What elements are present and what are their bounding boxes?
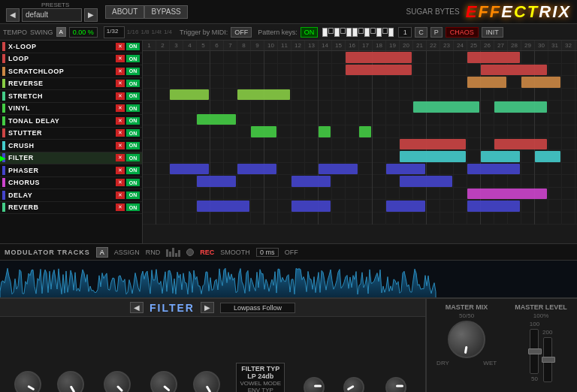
seq-cell-3-5[interactable] [210, 89, 224, 101]
seq-cell-11-14[interactable] [332, 188, 346, 201]
seq-cell-13-18[interactable] [386, 213, 400, 225]
seq-cell-8-17[interactable] [373, 150, 386, 163]
seq-block-13[interactable] [359, 126, 371, 137]
seq-block-7[interactable] [237, 89, 290, 101]
seq-block-4[interactable] [467, 77, 506, 88]
piano-key-w3[interactable] [346, 28, 352, 37]
seq-cell-13-14[interactable] [332, 213, 346, 225]
track-x-button-11[interactable]: ✕ [116, 179, 125, 186]
seq-cell-12-16[interactable] [359, 200, 373, 213]
piano-key-b5[interactable] [382, 28, 388, 34]
track-x-button-5[interactable]: ✕ [116, 104, 125, 112]
seq-cell-10-15[interactable] [346, 175, 359, 188]
seq-cell-3-19[interactable] [400, 89, 413, 101]
seq-cell-10-16[interactable] [359, 175, 373, 188]
seq-cell-8-15[interactable] [346, 150, 359, 163]
seq-cell-6-28[interactable] [521, 125, 535, 138]
track-x-button-12[interactable]: ✕ [116, 191, 125, 199]
seq-cell-8-18[interactable] [386, 150, 400, 163]
seq-cell-11-16[interactable] [359, 188, 373, 201]
seq-cell-0-6[interactable] [224, 51, 237, 64]
seq-cell-11-19[interactable] [400, 188, 413, 201]
track-x-button-2[interactable]: ✕ [116, 68, 125, 75]
seq-cell-4-12[interactable] [305, 101, 319, 113]
seq-cell-4-8[interactable] [251, 101, 264, 113]
seq-cell-2-17[interactable] [373, 76, 386, 89]
seq-block-29[interactable] [292, 201, 331, 212]
preset-prev-button[interactable]: ◀ [6, 8, 20, 22]
filter-prev-button[interactable]: ◀ [130, 302, 143, 313]
seq-block-25[interactable] [292, 176, 331, 187]
seq-cell-10-2[interactable] [170, 175, 183, 188]
seq-cell-4-10[interactable] [278, 101, 292, 113]
seq-block-17[interactable] [481, 151, 520, 162]
seq-cell-3-17[interactable] [373, 89, 386, 101]
seq-cell-6-25[interactable] [481, 125, 494, 138]
seq-cell-2-2[interactable] [170, 76, 183, 89]
decay-knob[interactable] [193, 371, 220, 392]
seq-cell-6-12[interactable] [305, 125, 319, 138]
seq-cell-12-17[interactable] [373, 200, 386, 213]
seq-cell-6-23[interactable] [454, 125, 467, 138]
piano-key-b1[interactable] [328, 28, 334, 34]
seq-cell-2-22[interactable] [440, 76, 454, 89]
seq-cell-13-31[interactable] [562, 213, 575, 225]
seq-cell-7-1[interactable] [156, 138, 170, 151]
seq-cell-9-21[interactable] [427, 163, 440, 176]
seq-cell-6-5[interactable] [210, 125, 224, 138]
seq-cell-9-23[interactable] [454, 163, 467, 176]
seq-cell-0-10[interactable] [278, 51, 292, 64]
seq-cell-5-9[interactable] [264, 113, 278, 126]
seq-cell-13-5[interactable] [210, 213, 224, 225]
seq-cell-5-26[interactable] [494, 113, 508, 126]
seq-cell-5-19[interactable] [400, 113, 413, 126]
seq-cell-4-15[interactable] [346, 101, 359, 113]
seq-cell-12-3[interactable] [183, 200, 197, 213]
seq-cell-8-31[interactable] [562, 150, 575, 163]
swing-a-button[interactable]: A [56, 27, 66, 37]
seq-cell-7-7[interactable] [237, 138, 251, 151]
seq-cell-11-2[interactable] [170, 188, 183, 201]
seq-cell-10-7[interactable] [237, 175, 251, 188]
seq-cell-2-18[interactable] [386, 76, 400, 89]
seq-block-14[interactable] [400, 139, 466, 150]
piano-key-b2[interactable] [340, 28, 346, 34]
seq-cell-11-11[interactable] [292, 188, 305, 201]
seq-block-2[interactable] [346, 65, 412, 76]
seq-cell-13-19[interactable] [400, 213, 413, 225]
seq-cell-1-0[interactable] [143, 64, 156, 77]
seq-cell-13-28[interactable] [521, 213, 535, 225]
seq-cell-11-21[interactable] [427, 188, 440, 201]
seq-cell-3-14[interactable] [332, 89, 346, 101]
seq-cell-2-16[interactable] [359, 76, 373, 89]
seq-cell-13-10[interactable] [278, 213, 292, 225]
seq-cell-13-24[interactable] [467, 213, 481, 225]
seq-cell-7-13[interactable] [319, 138, 332, 151]
seq-cell-7-5[interactable] [210, 138, 224, 151]
div-1-32[interactable]: 1/32 [104, 26, 125, 38]
seq-cell-8-7[interactable] [237, 150, 251, 163]
seq-cell-10-29[interactable] [535, 175, 548, 188]
seq-cell-6-14[interactable] [332, 125, 346, 138]
seq-block-26[interactable] [400, 176, 452, 187]
track-x-button-10[interactable]: ✕ [116, 167, 125, 174]
seq-cell-8-2[interactable] [170, 150, 183, 163]
seq-cell-3-1[interactable] [156, 89, 170, 101]
seq-cell-0-20[interactable] [413, 51, 427, 64]
seq-cell-7-14[interactable] [332, 138, 346, 151]
seq-cell-5-11[interactable] [292, 113, 305, 126]
seq-cell-7-2[interactable] [170, 138, 183, 151]
seq-cell-10-23[interactable] [454, 175, 467, 188]
seq-cell-12-30[interactable] [548, 200, 562, 213]
seq-cell-10-31[interactable] [562, 175, 575, 188]
seq-cell-11-7[interactable] [237, 188, 251, 201]
seq-cell-11-5[interactable] [210, 188, 224, 201]
seq-cell-13-17[interactable] [373, 213, 386, 225]
seq-cell-12-15[interactable] [346, 200, 359, 213]
seq-cell-1-20[interactable] [413, 64, 427, 77]
seq-cell-5-21[interactable] [427, 113, 440, 126]
piano-key-w5[interactable] [364, 28, 370, 37]
p-button[interactable]: P [430, 27, 443, 38]
master-mix-knob[interactable] [448, 321, 485, 358]
seq-cell-3-0[interactable] [143, 89, 156, 101]
